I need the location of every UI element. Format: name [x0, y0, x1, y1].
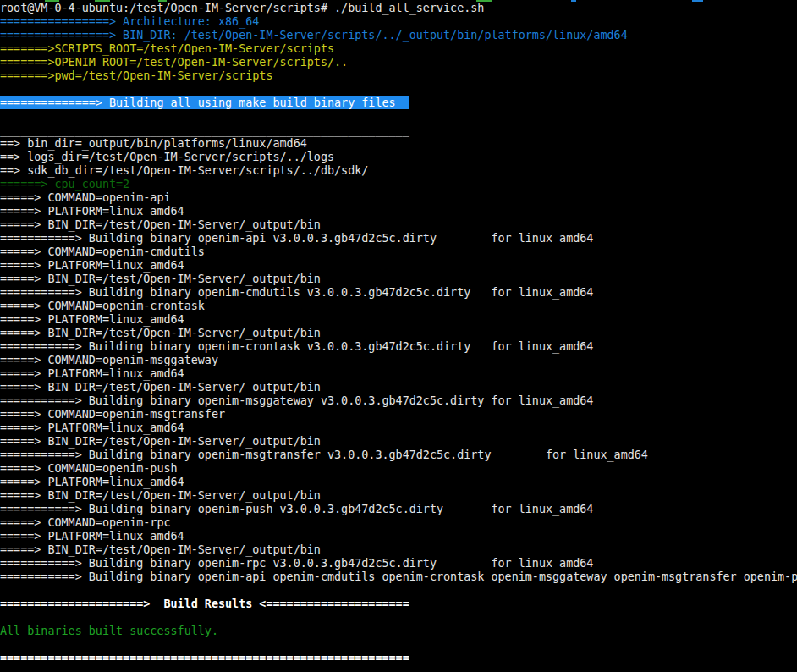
terminal-line: =====> BIN_DIR=/test/Open-IM-Server/_out…	[0, 543, 797, 557]
terminal-line	[0, 584, 797, 598]
terminal-line: ________________________________________…	[0, 124, 797, 137]
terminal-line: =====> BIN_DIR=/test/Open-IM-Server/_out…	[0, 273, 797, 286]
terminal-line: =====> COMMAND=openim-crontask	[0, 300, 797, 313]
terminal-line: ===========> Building binary openim-msgt…	[0, 449, 797, 462]
terminal-line: ========================================…	[0, 652, 797, 665]
terminal-line	[0, 110, 797, 124]
terminal-line: =====> COMMAND=openim-rpc	[0, 516, 797, 530]
terminal-window[interactable]: root@VM-0-4-ubuntu:/test/Open-IM-Server/…	[0, 0, 797, 672]
terminal-line: =======>SCRIPTS_ROOT=/test/Open-IM-Serve…	[0, 42, 797, 56]
terminal-line	[0, 83, 797, 96]
terminal-line: =====> COMMAND=openim-cmdutils	[0, 245, 797, 259]
terminal-line: ======> cpu_count=2	[0, 178, 797, 191]
terminal-line: ==============> Building all using make …	[0, 96, 797, 110]
terminal-line: All binaries built successfully.	[0, 625, 797, 638]
terminal-line: ===========> Building binary openim-cmdu…	[0, 286, 797, 300]
terminal-line: ================> Architecture: x86_64	[0, 15, 797, 29]
terminal-line: ===========> Building binary openim-rpc …	[0, 557, 797, 570]
terminal-line: =======>pwd=/test/Open-IM-Server/scripts	[0, 69, 797, 83]
terminal-line: ===========> Building binary openim-msgg…	[0, 394, 797, 408]
terminal-line: =====> COMMAND=openim-push	[0, 462, 797, 476]
terminal-line: =====> BIN_DIR=/test/Open-IM-Server/_out…	[0, 327, 797, 340]
terminal-output: root@VM-0-4-ubuntu:/test/Open-IM-Server/…	[0, 2, 797, 665]
terminal-line: =====> PLATFORM=linux_amd64	[0, 259, 797, 273]
terminal-line: ================> BIN_DIR: /test/Open-IM…	[0, 29, 797, 42]
terminal-line: =====> COMMAND=openim-api	[0, 191, 797, 205]
terminal-line	[0, 611, 797, 625]
terminal-line: ==> logs_dir=/test/Open-IM-Server/script…	[0, 151, 797, 164]
terminal-line: =====> PLATFORM=linux_amd64	[0, 476, 797, 489]
terminal-line: ===========> Building binary openim-api …	[0, 232, 797, 245]
terminal-line: ==> bin_dir=_output/bin/platforms/linux/…	[0, 137, 797, 151]
terminal-line: =======>OPENIM_ROOT=/test/Open-IM-Server…	[0, 56, 797, 69]
terminal-line: =====> BIN_DIR=/test/Open-IM-Server/_out…	[0, 435, 797, 449]
terminal-line: =====> COMMAND=openim-msgtransfer	[0, 408, 797, 421]
terminal-line: =====> PLATFORM=linux_amd64	[0, 205, 797, 218]
terminal-line: ===========> Building binary openim-api …	[0, 570, 797, 584]
terminal-line	[0, 638, 797, 652]
terminal-line: ===========> Building binary openim-cron…	[0, 340, 797, 354]
terminal-line: =====> PLATFORM=linux_amd64	[0, 367, 797, 381]
terminal-line: =====> COMMAND=openim-msggateway	[0, 354, 797, 367]
terminal-line: =====================> Build Results <==…	[0, 598, 797, 611]
terminal-line: =====> PLATFORM=linux_amd64	[0, 421, 797, 435]
terminal-line: ==> sdk_db_dir=/test/Open-IM-Server/scri…	[0, 164, 797, 178]
terminal-line: =====> PLATFORM=linux_amd64	[0, 313, 797, 327]
terminal-line: =====> BIN_DIR=/test/Open-IM-Server/_out…	[0, 218, 797, 232]
terminal-line: ===========> Building binary openim-push…	[0, 503, 797, 516]
terminal-line: =====> BIN_DIR=/test/Open-IM-Server/_out…	[0, 381, 797, 394]
terminal-line: root@VM-0-4-ubuntu:/test/Open-IM-Server/…	[0, 2, 797, 15]
terminal-line: =====> PLATFORM=linux_amd64	[0, 530, 797, 543]
terminal-line: =====> BIN_DIR=/test/Open-IM-Server/_out…	[0, 489, 797, 503]
